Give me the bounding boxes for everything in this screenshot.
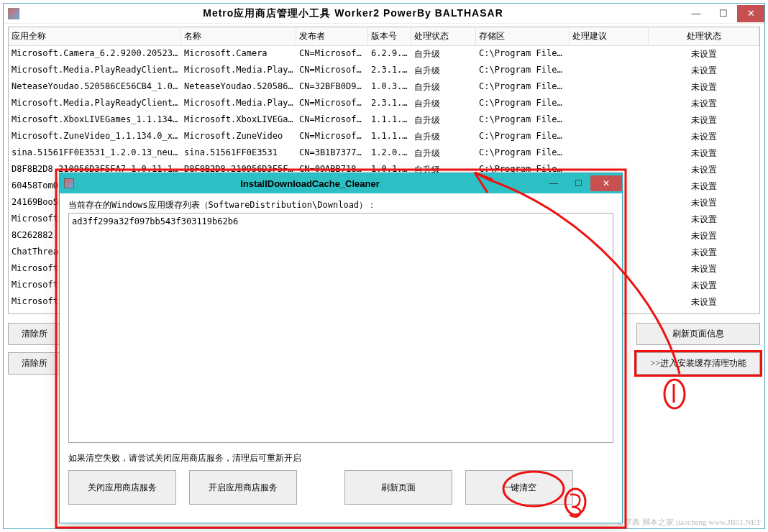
- column-header[interactable]: 处理建议: [570, 27, 649, 45]
- table-cell: Microsoft.Camera: [181, 46, 296, 63]
- dialog-title: InstallDownloadCache_Cleaner: [78, 178, 541, 189]
- main-title: Metro应用商店管理小工具 Worker2 PowerBy BALTHASAR: [24, 7, 682, 20]
- table-cell: 未设置: [649, 228, 759, 244]
- clear-all-button-1[interactable]: 清除所: [8, 323, 61, 345]
- table-row[interactable]: Microsoft.Media.PlayReadyClient_2.3.16..…: [9, 63, 759, 79]
- minimize-button[interactable]: —: [682, 5, 710, 22]
- column-header[interactable]: 发布者: [296, 27, 368, 45]
- table-cell: Microsoft.Media.PlayReadyClient_2.3.16..…: [9, 96, 181, 112]
- table-cell: CN=32BFB0D9...: [296, 79, 368, 96]
- table-cell: 自升级: [411, 96, 476, 112]
- clear-all-button-2[interactable]: 清除所: [8, 352, 61, 375]
- table-cell: 未设置: [649, 294, 759, 311]
- table-cell: CN=Microsof...: [296, 112, 368, 129]
- table-cell: 自升级: [411, 63, 476, 79]
- table-cell: 1.0.3...: [368, 79, 411, 96]
- dialog-close-button[interactable]: ✕: [590, 175, 622, 191]
- table-cell: 1.1.1...: [368, 112, 411, 129]
- table-cell: 1.1.1...: [368, 129, 411, 145]
- open-store-service-button[interactable]: 开启应用商店服务: [189, 470, 297, 505]
- table-cell: NeteaseYoudao.520586CE56CB4_1.0.39.335..…: [9, 79, 181, 96]
- dialog-titlebar: InstallDownloadCache_Cleaner — ☐ ✕: [60, 173, 622, 193]
- table-cell: [570, 96, 649, 112]
- table-row[interactable]: Microsoft.Media.PlayReadyClient_2.3.16..…: [9, 96, 759, 112]
- watermark: 查字典 脚本之家 jiaocheng www.JB51.NET: [616, 517, 761, 528]
- app-icon: [8, 8, 19, 19]
- table-cell: C:\Program File...: [476, 46, 570, 63]
- table-cell: Microsoft.ZuneVideo: [181, 129, 296, 145]
- one-click-clear-button[interactable]: 一键清空: [465, 470, 573, 505]
- table-cell: 6.2.9...: [368, 46, 411, 63]
- column-header[interactable]: 版本号: [368, 27, 411, 45]
- table-cell: Microsoft.XboxLIVEGames: [181, 112, 296, 129]
- table-cell: C:\Program File...: [476, 63, 570, 79]
- table-cell: C:\Program File...: [476, 129, 570, 145]
- table-cell: 未设置: [649, 79, 759, 96]
- table-cell: 未设置: [649, 311, 759, 314]
- dialog-icon: [64, 178, 74, 188]
- table-cell: C:\Program File...: [476, 112, 570, 129]
- dialog-minimize-button[interactable]: —: [541, 175, 566, 191]
- table-cell: [570, 112, 649, 129]
- table-cell: 自升级: [411, 79, 476, 96]
- table-cell: 自升级: [411, 46, 476, 63]
- table-cell: CN=3B1B7377...: [296, 145, 368, 162]
- table-cell: Microsoft.Media.PlayRea...: [181, 96, 296, 112]
- dialog-refresh-button[interactable]: 刷新页面: [344, 470, 452, 505]
- table-row[interactable]: sina.51561FF0E3531_1.2.0.13_neutral__z..…: [9, 145, 759, 162]
- table-cell: 1.2.0.13: [368, 145, 411, 162]
- close-store-service-button[interactable]: 关闭应用商店服务: [68, 470, 176, 505]
- table-cell: Microsoft.XboxLIVEGames_1.1.134.0_x64_..…: [9, 112, 181, 129]
- main-titlebar: Metro应用商店管理小工具 Worker2 PowerBy BALTHASAR…: [4, 4, 764, 24]
- table-row[interactable]: Microsoft.ZuneVideo_1.1.134.0_x64__8we..…: [9, 129, 759, 145]
- window-controls: — ☐ ✕: [682, 5, 764, 22]
- table-cell: C:\Program File...: [476, 96, 570, 112]
- table-cell: 未设置: [649, 46, 759, 63]
- table-cell: Microsoft.ZuneVideo_1.1.134.0_x64__8we..…: [9, 129, 181, 145]
- table-cell: Microsoft.Camera_6.2.9200.20523_x64__8..…: [9, 46, 181, 63]
- refresh-page-button[interactable]: 刷新页面信息: [636, 323, 760, 345]
- dialog-maximize-button[interactable]: ☐: [566, 175, 590, 191]
- table-cell: Microsoft.Media.PlayReadyClient_2.3.16..…: [9, 63, 181, 79]
- column-header[interactable]: 存储区: [476, 27, 570, 45]
- table-cell: 未设置: [649, 63, 759, 79]
- cache-cleaner-dialog: InstallDownloadCache_Cleaner — ☐ ✕ 当前存在的…: [59, 173, 623, 523]
- table-cell: CN=Microsof...: [296, 46, 368, 63]
- table-cell: [570, 63, 649, 79]
- close-button[interactable]: ✕: [737, 5, 764, 22]
- table-cell: 未设置: [649, 244, 759, 261]
- column-header[interactable]: 应用全称: [9, 27, 181, 45]
- table-cell: C:\Program File...: [476, 79, 570, 96]
- table-cell: 未设置: [649, 129, 759, 145]
- table-cell: 未设置: [649, 211, 759, 228]
- table-cell: CN=Microsof...: [296, 129, 368, 145]
- table-row[interactable]: NeteaseYoudao.520586CE56CB4_1.0.39.335..…: [9, 79, 759, 96]
- table-cell: 2.3.1...: [368, 96, 411, 112]
- dialog-hint: 如果清空失败，请尝试关闭应用商店服务，清理后可重新开启: [68, 452, 613, 464]
- table-row[interactable]: Microsoft.Camera_6.2.9200.20523_x64__8..…: [9, 46, 759, 63]
- table-cell: 未设置: [649, 112, 759, 129]
- column-header[interactable]: 名称: [181, 27, 296, 45]
- table-cell: sina.51561FF0E3531_1.2.0.13_neutral__z..…: [9, 145, 181, 162]
- cache-list-label: 当前存在的Windows应用缓存列表（SoftwareDistribution\…: [68, 199, 613, 211]
- table-cell: 未设置: [649, 162, 759, 178]
- table-row[interactable]: Microsoft.XboxLIVEGames_1.1.134.0_x64_..…: [9, 112, 759, 129]
- table-cell: 自升级: [411, 145, 476, 162]
- table-header: 应用全称名称发布者版本号处理状态存储区处理建议处理状态: [9, 27, 759, 46]
- table-cell: 自升级: [411, 129, 476, 145]
- column-header[interactable]: 处理状态: [411, 27, 476, 45]
- table-cell: 未设置: [649, 96, 759, 112]
- dialog-buttons: 关闭应用商店服务 开启应用商店服务 刷新页面 一键清空: [68, 470, 613, 505]
- table-cell: sina.51561FF0E3531: [181, 145, 296, 162]
- table-cell: [570, 129, 649, 145]
- table-cell: CN=Microsof...: [296, 63, 368, 79]
- cache-list-textarea[interactable]: [68, 213, 613, 443]
- table-cell: CN=Microsof...: [296, 96, 368, 112]
- enter-cache-cleaner-button[interactable]: >>进入安装缓存清理功能: [636, 352, 760, 375]
- table-cell: 未设置: [649, 178, 759, 195]
- table-cell: Microsoft.Media.PlayRea...: [181, 63, 296, 79]
- maximize-button[interactable]: ☐: [710, 5, 737, 22]
- column-header[interactable]: 处理状态: [649, 27, 759, 45]
- table-cell: [570, 145, 649, 162]
- table-cell: 自升级: [411, 112, 476, 129]
